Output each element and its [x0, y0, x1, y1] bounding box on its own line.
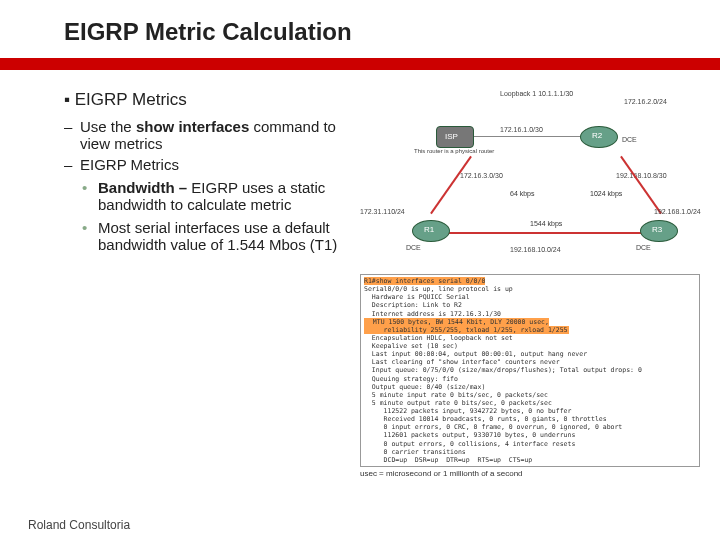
- label-r3: R3: [652, 225, 662, 234]
- cli-l11: Output queue: 0/40 (size/max): [364, 383, 485, 391]
- cli-output: R1#show interfaces serial 0/0/0 Serial0/…: [360, 274, 700, 467]
- cli-l12: 5 minute input rate 0 bits/sec, 0 packet…: [364, 391, 548, 399]
- label-bgp-note: This router is a physical router: [414, 148, 494, 154]
- cli-l9: Input queue: 0/75/0/0 (size/max/drops/fl…: [364, 366, 642, 374]
- cli-l19: 0 carrier transitions: [364, 448, 466, 456]
- link-r1-r3: [448, 232, 648, 234]
- footer-text: Roland Consultoria: [28, 518, 130, 532]
- cli-l20: DCD=up DSR=up DTR=up RTS=up CTS=up: [364, 456, 532, 464]
- cli-l16: 0 input errors, 0 CRC, 0 frame, 0 overru…: [364, 423, 622, 431]
- cli-l10: Queuing strategy: fifo: [364, 375, 458, 383]
- cli-l2: Hardware is PQUICC Serial: [364, 293, 470, 301]
- cli-highlight: MTU 1500 bytes, BW 1544 Kbit, DLY 20000 …: [364, 318, 569, 334]
- accent-bar: [0, 58, 720, 70]
- text-column: EIGRP Metrics Use the show interfaces co…: [64, 90, 360, 478]
- cli-l8: Last clearing of "show interface" counte…: [364, 358, 560, 366]
- label-17216-2: 172.16.2.0/24: [624, 98, 667, 105]
- label-17216-30: 172.16.3.0/30: [460, 172, 503, 179]
- cli-l15: Received 10014 broadcasts, 0 runts, 0 gi…: [364, 415, 607, 423]
- cli-l3: Description: Link to R2: [364, 301, 462, 309]
- cli-l4: Internet address is 172.16.3.1/30: [364, 310, 501, 318]
- cli-l7: Last input 00:00:04, output 00:00:01, ou…: [364, 350, 587, 358]
- link-r2-r1: [430, 156, 472, 214]
- label-19216810-4: 192.168.10.0/24: [510, 246, 561, 253]
- label-19216810: 192.168.1.0/24: [654, 208, 701, 215]
- cli-l5: Encapsulation HDLC, loopback not set: [364, 334, 513, 342]
- cli-l1: Serial0/0/0 is up, line protocol is up: [364, 285, 513, 293]
- s1-bold: Bandwidth –: [98, 179, 187, 196]
- cli-l14: 112522 packets input, 9342722 bytes, 0 n…: [364, 407, 571, 415]
- bw-64: 64 kbps: [510, 190, 535, 197]
- b1-bold: show interfaces: [136, 118, 249, 135]
- cli-l17: 112601 packets output, 9330710 bytes, 0 …: [364, 431, 575, 439]
- cli-l18: 0 output errors, 0 collisions, 4 interfa…: [364, 440, 575, 448]
- bullet-show-interfaces: Use the show interfaces command to view …: [80, 118, 348, 152]
- figure-column: Loopback 1 10.1.1.1/30 172.16.2.0/24 ISP…: [360, 90, 700, 478]
- sub-bandwidth: Bandwidth – EIGRP uses a static bandwidt…: [98, 179, 348, 213]
- label-17216-10: 172.16.1.0/30: [500, 126, 543, 133]
- bw-1544: 1544 kbps: [530, 220, 562, 227]
- b1-prefix: Use the: [80, 118, 132, 135]
- bullet-eigrp-metrics: EIGRP Metrics: [80, 156, 348, 173]
- label-17231: 172.31.110/24: [360, 208, 405, 215]
- network-diagram: Loopback 1 10.1.1.1/30 172.16.2.0/24 ISP…: [360, 90, 700, 270]
- label-19216810-8: 192.168.10.8/30: [616, 172, 667, 179]
- section-heading: EIGRP Metrics: [64, 90, 348, 110]
- label-dce-r1: DCE: [406, 244, 421, 251]
- cli-cmd: R1#show interfaces serial 0/0/0: [364, 277, 485, 285]
- link-isp-r2: [474, 136, 580, 137]
- label-isp: ISP: [445, 132, 458, 141]
- bw-1024: 1024 kbps: [590, 190, 622, 197]
- label-loopback: Loopback 1 10.1.1.1/30: [500, 90, 573, 97]
- sub-serial: Most serial interfaces use a default ban…: [98, 219, 348, 253]
- label-r2: R2: [592, 131, 602, 140]
- cli-footnote: usec = microsecond or 1 millionth of a s…: [360, 469, 700, 478]
- slide-title: EIGRP Metric Calculation: [0, 18, 720, 46]
- cli-l13: 5 minute output rate 0 bits/sec, 0 packe…: [364, 399, 552, 407]
- label-r1: R1: [424, 225, 434, 234]
- label-dce-r2: DCE: [622, 136, 637, 143]
- cli-l6: Keepalive set (10 sec): [364, 342, 458, 350]
- label-dce-r3: DCE: [636, 244, 651, 251]
- link-r2-r3: [620, 156, 662, 214]
